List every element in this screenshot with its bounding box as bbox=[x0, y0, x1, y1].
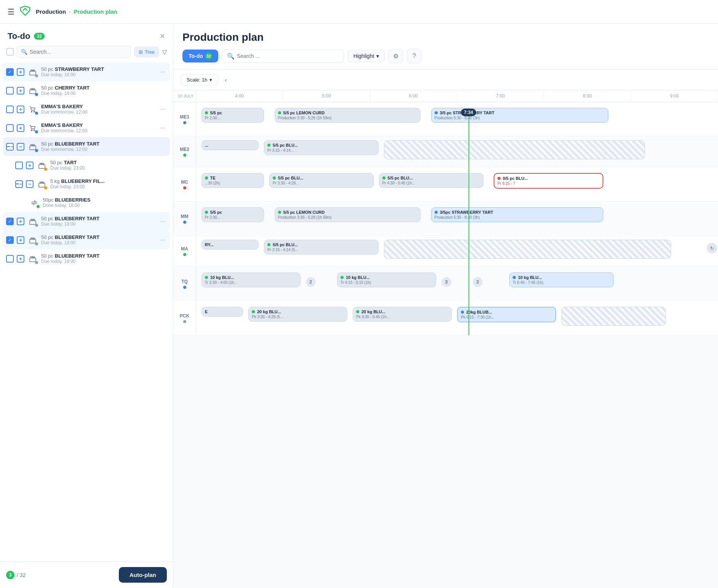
search-input-left[interactable] bbox=[30, 49, 127, 55]
expand-button[interactable]: + bbox=[17, 106, 24, 113]
task-block[interactable]: E bbox=[201, 307, 243, 317]
filter-icon[interactable]: ▽ bbox=[162, 48, 167, 56]
task-block[interactable]: 10 kg BLU... Tr 4:15 - 5:15 (1h) bbox=[337, 272, 436, 287]
task-block[interactable]: 5/5 pc BLU... Pr 3:30 - 4:29... bbox=[269, 173, 374, 188]
task-block[interactable]: 5/5 pc LEMON CURD Production 3:30 - 5:29… bbox=[275, 207, 421, 222]
task-block-alert[interactable]: 0/5 pc BLU... Pr 6:15 - ? bbox=[494, 173, 603, 189]
item-more-button[interactable]: ··· bbox=[159, 235, 167, 245]
factory-icon bbox=[27, 67, 38, 77]
item-checkbox[interactable] bbox=[6, 218, 14, 225]
menu-icon[interactable]: ☰ bbox=[8, 7, 14, 16]
svg-rect-11 bbox=[30, 258, 36, 262]
select-all-checkbox[interactable] bbox=[6, 48, 14, 56]
task-block[interactable]: 10 kg BLU... Tr 2:30 - 4:00 (1h... bbox=[201, 272, 301, 287]
task-block[interactable]: 5/5 pc BLU... Pr 4:30 - 5:45 (1h... bbox=[379, 173, 483, 188]
gantt-scroll[interactable]: 10 JULY 4:00 5:00 6:00 7:00 8:00 9:00 7:… bbox=[173, 90, 718, 588]
expand-button[interactable]: + bbox=[17, 218, 24, 225]
task-block[interactable]: 20kg BLUB... Pk 6:15 - 7:30 (1h... bbox=[457, 307, 556, 322]
item-checkbox[interactable] bbox=[15, 162, 23, 169]
item-checkbox[interactable] bbox=[6, 124, 14, 132]
task-block[interactable]: 5/5 pc BLU... Pr 3:15 - 4:14 (5... bbox=[264, 240, 379, 255]
auto-plan-button[interactable]: Auto-plan bbox=[119, 567, 167, 583]
list-item[interactable]: − − 5 kgBLUEBERRY FIL... Due today, 23:0… bbox=[3, 175, 170, 193]
task-block[interactable]: 3/5pc STRAWBERRY TART Production 5:30 - … bbox=[431, 207, 603, 222]
row-dot-ma bbox=[183, 253, 186, 256]
list-item[interactable]: + EMMA'S BAKERY Due tommorrow, 12:00 ··· bbox=[3, 100, 170, 119]
gantt-cells-mm: 5/5 pc Pr 2:30... 5/5 pc LEMON CURD bbox=[196, 203, 718, 234]
task-dot bbox=[205, 111, 208, 114]
row-dot-mm bbox=[183, 221, 186, 224]
list-item[interactable]: + 50 pcBLUEBERRY TART Due today, 18:00 ·… bbox=[3, 212, 170, 231]
tree-button[interactable]: ⊞ Tree bbox=[134, 46, 159, 58]
settings-button[interactable]: ⚙ bbox=[389, 49, 403, 63]
task-block[interactable]: 10 kg BLU... Tr 6:45 - 7:45 (1h) bbox=[509, 272, 614, 287]
item-more-button[interactable]: ··· bbox=[159, 67, 167, 77]
task-block[interactable]: 5/5 pc BLU... Pr 3:15 - 4:14... bbox=[264, 140, 379, 155]
list-item[interactable]: + 50 pcSTRAWBERRY TART Due today, 18:00 … bbox=[3, 62, 170, 81]
item-info: 50 pcTART Due today, 23:00 bbox=[50, 160, 167, 171]
expand-button[interactable]: − bbox=[26, 180, 34, 188]
item-more-button[interactable]: ··· bbox=[159, 123, 167, 133]
expand-button[interactable]: + bbox=[17, 255, 24, 263]
gantt-cells-mc: TE ...30 (2h) 5/5 pc BLU... bbox=[196, 169, 718, 200]
time-slots: 4:00 5:00 6:00 7:00 8:00 9:00 bbox=[196, 90, 718, 102]
list-item[interactable]: + 50 pcTART Due today, 23:00 bbox=[3, 156, 170, 175]
task-block[interactable]: 5/5 pc Pr 2:30... bbox=[201, 207, 264, 222]
expand-button[interactable]: + bbox=[17, 68, 24, 76]
task-block[interactable]: 20 kg BLU... Pk 4:30 - 5:45 (1h... bbox=[353, 307, 452, 322]
right-toolbar: To-do 32 🔍 Highlight ▾ ⚙ ? bbox=[182, 49, 709, 63]
list-item[interactable]: + 50 pcBLUEBERRY TART Due today, 18:00 bbox=[3, 249, 170, 268]
sync-icon-right[interactable]: ↻ bbox=[707, 243, 717, 253]
breadcrumb-production[interactable]: Production bbox=[36, 8, 66, 15]
expand-button[interactable]: − bbox=[17, 143, 24, 151]
expand-button[interactable]: + bbox=[17, 87, 24, 95]
task-block[interactable]: 5/5 pc LEMON CURD Production 3:30 - 5:29… bbox=[275, 108, 421, 123]
task-block[interactable]: 5/5 pc Pr 2:30... bbox=[201, 108, 264, 123]
list-item[interactable]: 50pcBLUEBERRIES Done today, 18:00 bbox=[3, 193, 170, 212]
current-time-line bbox=[469, 109, 469, 335]
search-input-right[interactable] bbox=[237, 53, 339, 59]
todo-tab-button[interactable]: To-do 32 bbox=[182, 50, 218, 62]
item-checkbox[interactable]: − bbox=[15, 180, 23, 188]
item-checkbox[interactable] bbox=[6, 68, 14, 76]
search-box-left: 🔍 bbox=[17, 46, 131, 58]
todo-title-area: To-do 32 bbox=[8, 31, 45, 41]
item-checkbox[interactable]: − bbox=[6, 143, 14, 151]
chevron-down-icon: ▾ bbox=[376, 53, 379, 59]
item-checkbox[interactable] bbox=[6, 106, 14, 113]
task-block[interactable]: TE ...30 (2h) bbox=[201, 173, 264, 188]
header: ☰ Production › Production plan bbox=[0, 0, 718, 24]
expand-button[interactable]: + bbox=[17, 236, 24, 244]
list-item[interactable]: − − 50 pcBLUEBERRY TART Due tommorrow, 1… bbox=[3, 137, 170, 156]
help-button[interactable]: ? bbox=[407, 49, 421, 63]
list-item[interactable]: + 50 pcBLUEBERRY TART Due today, 18:00 ·… bbox=[3, 231, 170, 249]
item-info: 50pcBLUEBERRIES Done today, 18:00 bbox=[43, 197, 167, 208]
task-dot bbox=[252, 310, 255, 313]
item-info: 50 pcBLUEBERRY TART Due today, 18:00 bbox=[41, 216, 156, 227]
item-more-button[interactable]: ··· bbox=[159, 216, 167, 226]
item-checkbox[interactable] bbox=[6, 236, 14, 244]
expand-button[interactable]: + bbox=[17, 124, 24, 132]
item-more-button[interactable]: ··· bbox=[159, 104, 167, 114]
task-block[interactable]: RY... bbox=[201, 240, 259, 250]
highlight-button[interactable]: Highlight ▾ bbox=[348, 50, 385, 62]
item-info: EMMA'S BAKERY Due tommorrow, 12:00 bbox=[41, 122, 156, 133]
item-checkbox[interactable] bbox=[6, 87, 14, 95]
task-dot bbox=[513, 276, 516, 279]
item-checkbox[interactable] bbox=[6, 255, 14, 263]
logo-icon bbox=[19, 5, 31, 19]
close-button[interactable]: ✕ bbox=[160, 32, 165, 40]
task-block[interactable]: ... bbox=[201, 140, 259, 150]
nav-prev-button[interactable]: ‹ bbox=[222, 75, 230, 85]
expand-button[interactable]: + bbox=[26, 162, 34, 169]
gear-icon: ⚙ bbox=[393, 53, 398, 60]
svg-rect-0 bbox=[30, 71, 36, 75]
list-item[interactable]: + EMMA'S BAKERY Due tommorrow, 12:00 ··· bbox=[3, 119, 170, 137]
task-dot bbox=[435, 211, 438, 214]
scale-button[interactable]: Scale: 1h ▾ bbox=[181, 74, 218, 85]
task-block[interactable]: 20 kg BLU... Pk 3:30 - 4:29 (5... bbox=[248, 307, 347, 322]
list-item[interactable]: + 50 pcCHERRY TART Due today, 18:00 bbox=[3, 81, 170, 100]
tree-icon: ⊞ bbox=[139, 49, 143, 55]
task-block[interactable]: 3/5 pc STRAWBERRY TART Production 5:30 -… bbox=[431, 108, 609, 123]
item-info: 50 pcCHERRY TART Due today, 18:00 bbox=[41, 85, 167, 96]
